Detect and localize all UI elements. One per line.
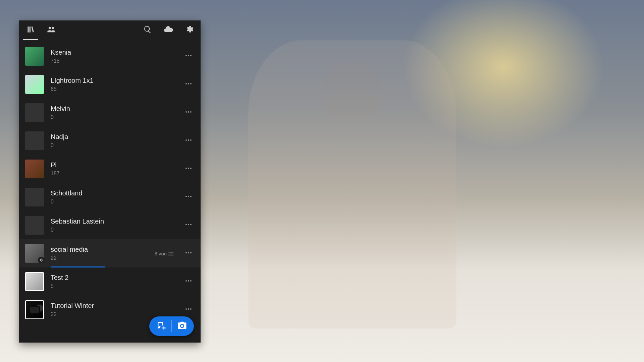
- svg-point-25: [188, 280, 189, 282]
- album-more-button[interactable]: [182, 249, 195, 258]
- album-meta: Schottland0: [51, 189, 176, 205]
- album-thumbnail: [25, 216, 44, 235]
- svg-point-23: [190, 252, 192, 253]
- cloud-button[interactable]: [162, 23, 175, 37]
- svg-point-10: [188, 139, 189, 141]
- album-more-button[interactable]: [182, 164, 195, 174]
- svg-point-28: [188, 308, 189, 310]
- more-icon: [184, 277, 193, 286]
- album-title: Sebastian Lastein: [51, 218, 176, 225]
- svg-point-13: [188, 168, 189, 169]
- album-count: 22: [51, 255, 148, 261]
- sync-status: 8 von 22: [154, 251, 174, 256]
- album-row[interactable]: Sebastian Lastein0: [19, 211, 201, 239]
- svg-point-0: [185, 55, 187, 56]
- album-count: 718: [51, 58, 176, 64]
- top-bar: [19, 20, 201, 40]
- svg-point-6: [185, 111, 187, 113]
- album-row[interactable]: Pi187: [19, 155, 201, 183]
- album-title: Nadja: [51, 133, 176, 140]
- library-icon: [26, 25, 35, 35]
- album-meta: Tutorial Winter22: [51, 302, 176, 317]
- more-icon: [184, 52, 193, 61]
- svg-point-21: [185, 252, 187, 253]
- svg-point-2: [190, 55, 192, 56]
- more-icon: [184, 164, 193, 174]
- album-meta: LIghtroom 1x165: [51, 77, 176, 92]
- more-icon: [184, 136, 193, 145]
- album-row[interactable]: social media228 von 22: [19, 239, 201, 267]
- more-icon: [184, 305, 193, 314]
- album-title: LIghtroom 1x1: [51, 77, 176, 84]
- album-count: 0: [51, 227, 176, 233]
- album-more-button[interactable]: [182, 136, 195, 145]
- album-count: 5: [51, 283, 176, 289]
- album-row[interactable]: Ksenia718: [19, 42, 201, 70]
- add-image-icon: [156, 320, 166, 332]
- svg-point-17: [190, 196, 192, 197]
- svg-point-9: [185, 139, 187, 141]
- svg-point-15: [185, 196, 187, 197]
- album-more-button[interactable]: [182, 80, 195, 89]
- svg-point-24: [185, 280, 187, 282]
- album-more-button[interactable]: [182, 52, 195, 61]
- lightroom-panel: Ksenia718LIghtroom 1x165Melvin0Nadja0Pi1…: [19, 20, 201, 343]
- album-title: Schottland: [51, 189, 176, 197]
- album-title: Melvin: [51, 105, 176, 112]
- album-meta: Melvin0: [51, 105, 176, 120]
- album-title: Ksenia: [51, 49, 176, 56]
- album-more-button[interactable]: [182, 305, 195, 314]
- album-count: 0: [51, 114, 176, 120]
- more-icon: [184, 249, 193, 258]
- settings-button[interactable]: [182, 23, 196, 37]
- album-row[interactable]: LIghtroom 1x165: [19, 70, 201, 99]
- album-list[interactable]: Ksenia718LIghtroom 1x165Melvin0Nadja0Pi1…: [19, 40, 201, 343]
- album-title: Test 2: [51, 274, 176, 281]
- album-row[interactable]: Test 25: [19, 267, 201, 296]
- cloud-icon: [163, 24, 173, 36]
- gear-icon: [185, 25, 194, 35]
- svg-point-1: [188, 55, 189, 56]
- svg-point-14: [190, 168, 192, 169]
- album-thumbnail: [25, 47, 44, 66]
- album-thumbnail: [25, 300, 44, 319]
- svg-point-12: [185, 168, 187, 169]
- tab-shared[interactable]: [45, 21, 58, 40]
- svg-point-20: [190, 224, 192, 225]
- presenter-figure: [248, 40, 456, 328]
- album-row[interactable]: Nadja0: [19, 127, 201, 155]
- album-count: 0: [51, 142, 176, 148]
- search-button[interactable]: [141, 23, 154, 37]
- svg-point-11: [190, 139, 192, 141]
- album-more-button[interactable]: [182, 277, 195, 286]
- svg-point-26: [190, 280, 192, 282]
- album-meta: Nadja0: [51, 133, 176, 148]
- more-icon: [184, 80, 193, 89]
- add-fab: [149, 316, 194, 336]
- camera-button[interactable]: [174, 318, 191, 335]
- svg-point-16: [188, 196, 189, 197]
- tab-library[interactable]: [24, 21, 37, 40]
- album-more-button[interactable]: [182, 108, 195, 117]
- svg-point-27: [185, 308, 187, 310]
- album-count: 0: [51, 199, 176, 205]
- album-thumbnail: [25, 272, 44, 291]
- people-icon: [47, 25, 56, 36]
- album-row[interactable]: Schottland0: [19, 183, 201, 211]
- sync-badge: [38, 257, 44, 263]
- album-thumbnail: [25, 160, 44, 178]
- album-thumbnail: [25, 244, 44, 263]
- svg-point-19: [188, 224, 189, 225]
- album-meta: Pi187: [51, 161, 176, 177]
- import-button[interactable]: [153, 318, 169, 335]
- album-row[interactable]: Melvin0: [19, 99, 201, 127]
- search-icon: [143, 25, 152, 35]
- album-meta: Test 25: [51, 274, 176, 289]
- album-more-button[interactable]: [182, 221, 195, 230]
- album-title: social media: [51, 246, 148, 253]
- svg-point-7: [188, 111, 189, 113]
- svg-point-4: [188, 83, 189, 84]
- album-more-button[interactable]: [182, 192, 195, 202]
- album-count: 65: [51, 86, 176, 92]
- album-title: Pi: [51, 161, 176, 169]
